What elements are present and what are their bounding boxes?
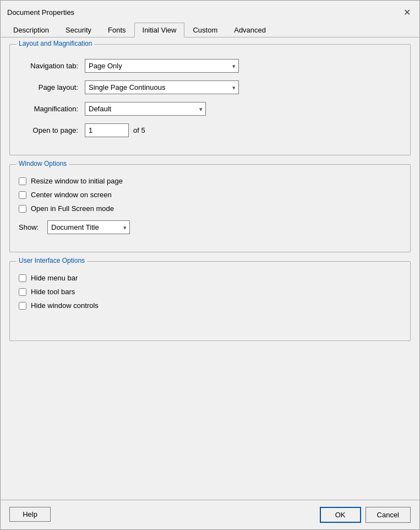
- navigation-tab-select[interactable]: Page Only Bookmarks Panel and Page Pages…: [85, 59, 239, 73]
- window-options-title: Window Options: [17, 160, 69, 167]
- hide-toolbar-label[interactable]: Hide tool bars: [31, 288, 75, 296]
- layout-magnification-group: Layout and Magnification Navigation tab:…: [9, 44, 411, 155]
- hide-menu-checkbox[interactable]: [19, 274, 26, 282]
- tab-advanced[interactable]: Advanced: [226, 23, 274, 37]
- fullscreen-checkbox[interactable]: [19, 205, 26, 213]
- of-total-text: of 5: [133, 126, 145, 134]
- tab-bar: Description Security Fonts Initial View …: [1, 23, 419, 37]
- hide-menu-label[interactable]: Hide menu bar: [31, 274, 78, 282]
- fullscreen-row: Open in Full Screen mode: [19, 204, 401, 213]
- page-layout-select-wrapper: Default Single Page Single Page Continuo…: [85, 80, 239, 94]
- dialog-title: Document Properties: [7, 8, 74, 17]
- page-layout-label: Page layout:: [19, 83, 85, 91]
- window-options-group: Window Options Resize window to initial …: [9, 164, 411, 252]
- tab-security[interactable]: Security: [57, 23, 100, 37]
- show-row: Show: Document Title File Name: [19, 220, 401, 234]
- magnification-control: Default Fit Page Fit Width Fit Visible 2…: [85, 102, 401, 116]
- navigation-tab-row: Navigation tab: Page Only Bookmarks Pane…: [19, 59, 401, 73]
- page-layout-select[interactable]: Default Single Page Single Page Continuo…: [85, 80, 239, 94]
- show-label: Show:: [19, 223, 41, 231]
- hide-menu-row: Hide menu bar: [19, 274, 401, 282]
- tab-custom[interactable]: Custom: [184, 23, 226, 37]
- page-layout-control: Default Single Page Single Page Continuo…: [85, 80, 401, 94]
- magnification-label: Magnification:: [19, 105, 85, 113]
- navigation-tab-label: Navigation tab:: [19, 62, 85, 70]
- center-window-row: Center window on screen: [19, 191, 401, 199]
- hide-controls-row: Hide window controls: [19, 301, 401, 310]
- hide-toolbar-row: Hide tool bars: [19, 288, 401, 296]
- ui-options-group: User Interface Options Hide menu bar Hid…: [9, 261, 411, 341]
- cancel-button[interactable]: Cancel: [366, 507, 411, 523]
- footer: Help OK Cancel: [1, 500, 419, 529]
- center-window-checkbox[interactable]: [19, 191, 26, 199]
- document-properties-dialog: Document Properties ✕ Description Securi…: [0, 0, 420, 530]
- navigation-tab-select-wrapper: Page Only Bookmarks Panel and Page Pages…: [85, 59, 239, 73]
- show-select-wrapper: Document Title File Name: [47, 220, 130, 234]
- help-button[interactable]: Help: [9, 507, 51, 522]
- resize-window-row: Resize window to initial page: [19, 177, 401, 185]
- close-button[interactable]: ✕: [401, 6, 413, 18]
- magnification-row: Magnification: Default Fit Page Fit Widt…: [19, 102, 401, 116]
- ok-button[interactable]: OK: [320, 507, 361, 523]
- window-options-content: Resize window to initial page Center win…: [19, 177, 401, 234]
- tab-initial-view[interactable]: Initial View: [134, 23, 185, 37]
- resize-window-checkbox[interactable]: [19, 177, 26, 185]
- open-to-page-row: Open to page: of 5: [19, 123, 401, 137]
- show-select[interactable]: Document Title File Name: [47, 220, 130, 234]
- tab-description[interactable]: Description: [5, 23, 57, 37]
- fullscreen-label[interactable]: Open in Full Screen mode: [31, 204, 114, 213]
- footer-left: Help: [9, 507, 315, 523]
- hide-controls-checkbox[interactable]: [19, 302, 26, 310]
- ui-options-title: User Interface Options: [17, 257, 87, 264]
- open-to-page-input[interactable]: [85, 123, 129, 137]
- ui-options-content: Hide menu bar Hide tool bars Hide window…: [19, 274, 401, 310]
- magnification-select[interactable]: Default Fit Page Fit Width Fit Visible 2…: [85, 102, 206, 116]
- hide-toolbar-checkbox[interactable]: [19, 288, 26, 296]
- navigation-tab-control: Page Only Bookmarks Panel and Page Pages…: [85, 59, 401, 73]
- magnification-select-wrapper: Default Fit Page Fit Width Fit Visible 2…: [85, 102, 206, 116]
- hide-controls-label[interactable]: Hide window controls: [31, 301, 99, 310]
- tab-fonts[interactable]: Fonts: [100, 23, 134, 37]
- center-window-label[interactable]: Center window on screen: [31, 191, 112, 199]
- open-to-page-label: Open to page:: [19, 126, 85, 134]
- page-layout-row: Page layout: Default Single Page Single …: [19, 80, 401, 94]
- open-to-page-control: of 5: [85, 123, 401, 137]
- layout-magnification-title: Layout and Magnification: [17, 40, 94, 47]
- resize-window-label[interactable]: Resize window to initial page: [31, 177, 123, 185]
- main-content: Layout and Magnification Navigation tab:…: [1, 37, 419, 500]
- title-bar: Document Properties ✕: [1, 1, 419, 23]
